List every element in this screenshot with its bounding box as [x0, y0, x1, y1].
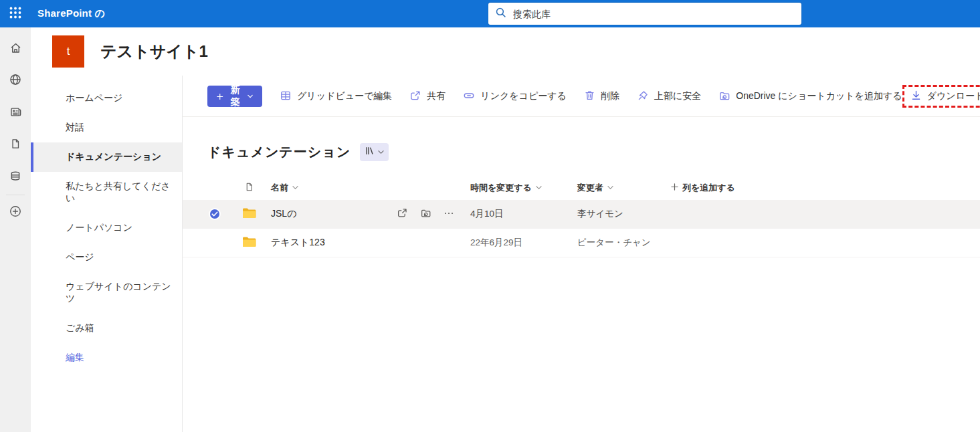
- item-name[interactable]: JSLの: [271, 208, 296, 220]
- nav-item-home[interactable]: ホームページ: [31, 84, 182, 113]
- site-title[interactable]: テストサイト1: [100, 41, 208, 62]
- nav-item-conversations[interactable]: 対話: [31, 113, 182, 142]
- more-actions-icon[interactable]: [444, 208, 454, 221]
- row-select-cell[interactable]: [207, 208, 231, 220]
- add-onedrive-shortcut-button[interactable]: OneDrive にショートカットを追加する: [718, 90, 902, 104]
- nav-item-notebook[interactable]: ノートパソコン: [31, 213, 182, 243]
- site-header: t テストサイト1: [31, 27, 980, 76]
- rail-divider: [6, 195, 25, 195]
- grid-icon: [280, 90, 292, 104]
- site-nav: ホームページ 対話 ドキュメンテーション 私たちと共有してください ノートパソコ…: [31, 76, 183, 432]
- add-column-label: 列を追加する: [682, 182, 735, 194]
- chevron-down-icon: [292, 185, 298, 190]
- pin-icon: [637, 90, 649, 104]
- delete-label: 削除: [601, 90, 619, 102]
- modified-column-label: 時間を変更する: [470, 182, 532, 194]
- globe-icon: [9, 73, 22, 89]
- link-icon: [463, 90, 475, 104]
- row-modified-by-cell: 李サイモン: [577, 208, 671, 220]
- share-label: 共有: [427, 90, 446, 102]
- row-filetype-cell: [231, 236, 266, 249]
- edit-grid-view-button[interactable]: グリッドビューで編集: [280, 90, 392, 104]
- chevron-down-icon: [378, 150, 384, 154]
- rail-global-button[interactable]: [0, 65, 31, 97]
- new-button[interactable]: 新築: [207, 86, 262, 107]
- rail-documents-button[interactable]: [0, 129, 31, 161]
- delete-button[interactable]: 削除: [584, 90, 619, 103]
- command-bar: 新築 グリッドビューで編集: [183, 85, 980, 117]
- nav-item-site-contents[interactable]: ウェブサイトのコンテンツ: [31, 272, 182, 314]
- row-name-cell[interactable]: テキスト123: [266, 237, 470, 249]
- rail-home-button[interactable]: [0, 33, 31, 65]
- row-modified-cell: 4月10日: [470, 208, 577, 220]
- suite-bar: SharePoint の: [0, 0, 980, 27]
- plus-icon: [217, 92, 223, 101]
- row-hover-actions: [397, 207, 470, 221]
- right-part: t テストサイト1 ホームページ 対話 ドキュメンテーション 私たちと共有してく…: [31, 27, 980, 432]
- list-title-row: ドキュメンテーション: [207, 143, 980, 161]
- app-body: t テストサイト1 ホームページ 対話 ドキュメンテーション 私たちと共有してく…: [0, 27, 980, 432]
- header-modified-by-cell[interactable]: 変更者: [577, 182, 671, 194]
- main-content: 新築 グリッドビューで編集: [183, 76, 980, 432]
- share-button[interactable]: 共有: [409, 90, 446, 104]
- header-filetype-cell[interactable]: [231, 182, 266, 194]
- nav-item-documents[interactable]: ドキュメンテーション: [31, 142, 182, 172]
- nav-item-edit[interactable]: 編集: [31, 343, 182, 372]
- waffle-icon: [9, 6, 22, 22]
- folder-icon: [242, 236, 256, 249]
- download-highlight-annotation: ダウンロード: [902, 85, 980, 108]
- library-view-icon: [365, 146, 375, 158]
- nav-item-shared-with-us[interactable]: 私たちと共有してください: [31, 172, 182, 213]
- modified-by-column-label: 変更者: [577, 182, 603, 194]
- rail-news-button[interactable]: [0, 97, 31, 129]
- header-name-cell[interactable]: 名前: [266, 182, 470, 194]
- selected-check-icon[interactable]: [209, 208, 221, 220]
- row-modified-by-cell: ピーター・チャン: [577, 237, 671, 249]
- row-modified-cell: 22年6月29日: [470, 237, 577, 249]
- folder-icon: [242, 207, 256, 221]
- home-icon: [9, 41, 22, 57]
- modified-date: 22年6月29日: [470, 237, 522, 247]
- table-row[interactable]: テキスト123 22年6月29日 ピーター・チャン: [183, 229, 980, 257]
- library-title: ドキュメンテーション: [207, 143, 351, 161]
- chevron-down-icon: [248, 94, 253, 99]
- document-icon: [9, 138, 21, 152]
- pin-to-top-label: 上部に安全: [654, 90, 701, 102]
- chevron-down-icon: [536, 185, 542, 190]
- rail-library-button[interactable]: [0, 161, 31, 193]
- rail-create-button[interactable]: [0, 197, 31, 229]
- copy-link-label: リンクをコピーする: [480, 90, 567, 102]
- site-logo[interactable]: t: [52, 35, 84, 68]
- add-column-button[interactable]: 列を追加する: [671, 182, 980, 194]
- chevron-down-icon: [607, 185, 613, 190]
- row-filetype-cell: [231, 207, 266, 221]
- edit-grid-view-label: グリッドビューで編集: [297, 90, 392, 102]
- suite-app-title[interactable]: SharePoint の: [37, 7, 105, 20]
- item-name[interactable]: テキスト123: [271, 237, 325, 249]
- table-row[interactable]: JSLの: [183, 200, 980, 229]
- nav-item-recycle-bin[interactable]: ごみ箱: [31, 314, 182, 343]
- search-input[interactable]: [513, 9, 795, 19]
- folder-shortcut-icon[interactable]: [420, 207, 431, 221]
- download-icon: [910, 90, 922, 103]
- documents-table: 名前 時間を変更する: [183, 175, 980, 257]
- app-launcher-button[interactable]: [0, 0, 31, 27]
- nav-item-pages[interactable]: ページ: [31, 243, 182, 272]
- content-row: ホームページ 対話 ドキュメンテーション 私たちと共有してください ノートパソコ…: [31, 76, 980, 432]
- row-name-cell[interactable]: JSLの: [266, 207, 470, 221]
- trash-icon: [584, 90, 595, 103]
- library-icon: [9, 169, 22, 185]
- name-column-label: 名前: [271, 182, 288, 194]
- header-modified-cell[interactable]: 時間を変更する: [470, 182, 577, 194]
- copy-link-button[interactable]: リンクをコピーする: [463, 90, 567, 104]
- view-selector-button[interactable]: [360, 143, 389, 161]
- share-icon[interactable]: [397, 207, 408, 221]
- modified-by: ピーター・チャン: [577, 237, 651, 247]
- download-label: ダウンロード: [927, 90, 980, 102]
- search-box[interactable]: [488, 3, 801, 25]
- download-button[interactable]: ダウンロード: [910, 90, 980, 103]
- file-type-icon: [244, 182, 254, 194]
- modified-by: 李サイモン: [577, 209, 623, 219]
- pin-to-top-button[interactable]: 上部に安全: [637, 90, 701, 104]
- table-header-row: 名前 時間を変更する: [183, 175, 980, 200]
